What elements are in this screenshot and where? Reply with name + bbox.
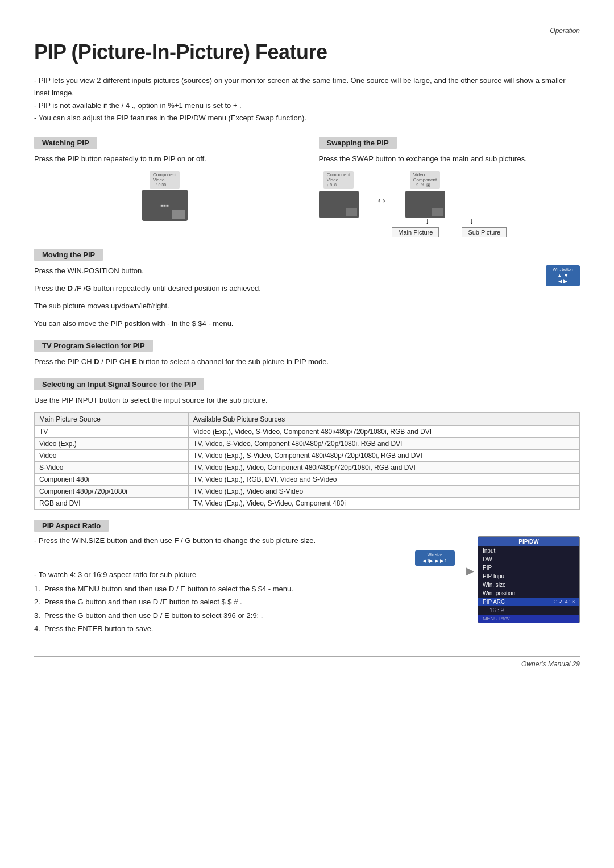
moving-pip-line2: Press the D /F /G button repeatedly unti… — [34, 283, 580, 295]
menu-item-label: PIP — [483, 565, 492, 571]
step-number: 1. — [34, 583, 40, 595]
aspect-step-item: 3.Press the G button and then use D / E … — [34, 610, 455, 621]
menu-item-label: Input — [483, 548, 495, 554]
pip-aspect-bullet1: - Press the WIN.SIZE button and then use… — [34, 536, 455, 545]
top-rule — [34, 23, 580, 23]
intro-bullet-3: You can also adjust the PIP features in … — [34, 112, 580, 124]
source-cell: Component 480i — [35, 473, 189, 485]
table-row: Video (Exp.)TV, Video, S-Video, Componen… — [35, 437, 580, 449]
available-cell: TV, Video (Exp.), Video, S-Video, Compon… — [189, 497, 580, 509]
g-button-label: G — [85, 284, 91, 293]
pip-ch-e: E — [132, 357, 137, 366]
selecting-input-header: Selecting an Input Signal Source for the… — [34, 378, 204, 390]
intro-bullets: PIP lets you view 2 different inputs pic… — [34, 74, 580, 124]
table-row: TVVideo (Exp.), Video, S-Video, Componen… — [35, 425, 580, 437]
pip-aspect-content: - Press the WIN.SIZE button and then use… — [34, 536, 580, 639]
menu-pointer-icon: ▶ — [466, 565, 474, 577]
step-number: 4. — [34, 623, 40, 635]
tv-program-section: TV Program Selection for PIP Press the P… — [34, 340, 580, 368]
bottom-rule: Owner's Manual 29 — [34, 656, 580, 668]
table-row: Component 480p/720p/1080iTV, Video (Exp.… — [35, 485, 580, 497]
swapping-pip-column: Swapping the PIP Press the SWAP button t… — [313, 137, 580, 237]
swap-pip-small-right — [432, 208, 443, 216]
moving-pip-header: Moving the PIP — [34, 249, 103, 261]
swap-tv-right: VideoComponent↓ 9..%..▣ — [405, 171, 445, 218]
table-row: Component 480iTV, Video (Exp.), RGB, DVI… — [35, 473, 580, 485]
menu-item: Win. size — [478, 581, 579, 589]
menu-item: DW — [478, 555, 579, 564]
moving-pip-content: Win. button ▲ ▼◀ ▶ Press the WIN.POSITIO… — [34, 265, 580, 329]
table-row: S-VideoTV, Video (Exp.), Video, Componen… — [35, 461, 580, 473]
moving-pip-section: Moving the PIP Win. button ▲ ▼◀ ▶ Press … — [34, 249, 580, 329]
aspect-step-item: 2.Press the G button and then use D /E b… — [34, 596, 455, 608]
win-size-box: Win size ◀1▶ ▶ ▶1 — [415, 550, 455, 566]
watching-pip-diagram: ComponentVideo↓ 10:30 ■■■ — [34, 171, 296, 221]
win-size-diagram-area: Win size ◀1▶ ▶ ▶1 — [34, 550, 455, 566]
available-cell: TV, Video, S-Video, Component 480i/480p/… — [189, 437, 580, 449]
aspect-step-item: 4.Press the ENTER button to save. — [34, 623, 455, 635]
pip-aspect-left: - Press the WIN.SIZE button and then use… — [34, 536, 455, 639]
table-col2-header: Available Sub Picture Sources — [189, 412, 580, 425]
moving-pip-line1: Press the WIN.POSITION button. — [34, 265, 580, 277]
swap-tv-row: ComponentVideo↓ 9..8 ↔ VideoComponent↓ 9… — [319, 171, 580, 218]
tv-program-header: TV Program Selection for PIP — [34, 340, 153, 352]
page-title: PIP (Picture-In-Picture) Feature — [34, 40, 580, 64]
swap-pip-small — [346, 208, 357, 216]
tv-diagram-box: ■■■ — [142, 190, 188, 221]
selecting-input-section: Selecting an Input Signal Source for the… — [34, 378, 580, 510]
moving-pip-line3: The sub picture moves up/down/left/right… — [34, 301, 580, 312]
win-position-button: Win. button ▲ ▼◀ ▶ — [546, 265, 580, 286]
source-cell: Video (Exp.) — [35, 437, 189, 449]
pip-aspect-header: PIP Aspect Ratio — [34, 520, 109, 532]
input-source-table: Main Picture Source Available Sub Pictur… — [34, 412, 580, 510]
aspect-step-item: 1.Press the MENU button and then use D /… — [34, 583, 455, 595]
available-cell: TV, Video (Exp.), Video and S-Video — [189, 485, 580, 497]
tv-pip-inset — [172, 210, 185, 219]
swap-picture-labels: Main Picture Sub Picture — [319, 227, 580, 237]
watching-pip-body: Press the PIP button repeatedly to turn … — [34, 153, 296, 165]
menu-item: PIP ARCG ✓ 4 : 3 — [478, 598, 579, 606]
selecting-input-body: Use the PIP INPUT button to select the i… — [34, 395, 580, 407]
menu-item-label: Win. position — [483, 590, 515, 596]
menu-item-label: PIP ARC — [483, 599, 505, 605]
pip-aspect-section: PIP Aspect Ratio - Press the WIN.SIZE bu… — [34, 520, 580, 639]
source-cell: TV — [35, 425, 189, 437]
step-number: 2. — [34, 596, 40, 608]
watching-pip-header: Watching PIP — [34, 137, 97, 149]
swapping-pip-body: Press the SWAP button to exchange the ma… — [319, 153, 580, 165]
table-col1-header: Main Picture Source — [35, 412, 189, 425]
pip-aspect-bullet2: - To watch 4: 3 or 16:9 aspect ratio for… — [34, 570, 455, 579]
top-section-label: Operation — [34, 27, 580, 35]
menu-item: Win. position — [478, 589, 579, 598]
watching-pip-column: Watching PIP Press the PIP button repeat… — [34, 137, 313, 237]
menu-item-value: G ✓ 4 : 3 — [553, 599, 575, 604]
intro-bullet-1: PIP lets you view 2 different inputs pic… — [34, 74, 580, 99]
menu-item-label: DW — [483, 556, 492, 562]
swapping-pip-header: Swapping the PIP — [319, 137, 397, 149]
table-row: VideoTV, Video (Exp.), S-Video, Componen… — [35, 449, 580, 461]
menu-title: PIP/DW — [478, 537, 579, 546]
swap-tv-left: ComponentVideo↓ 9..8 — [319, 171, 359, 218]
operation-label: Operation — [550, 27, 580, 35]
menu-item: Input — [478, 546, 579, 555]
menu-item: 16 : 9 — [478, 606, 579, 615]
pip-dw-menu: PIP/DWInputDWPIPPIP InputWin. sizeWin. p… — [478, 536, 580, 623]
source-cell: S-Video — [35, 461, 189, 473]
main-picture-label: Main Picture — [392, 227, 439, 237]
swap-sub-tv — [405, 191, 445, 218]
step-number: 3. — [34, 610, 40, 621]
swap-main-tv — [319, 191, 359, 218]
menu-item-label: PIP Input — [483, 573, 506, 579]
menu-item-label: Win. size — [483, 582, 506, 588]
table-row: RGB and DVITV, Video (Exp.), Video, S-Vi… — [35, 497, 580, 509]
menu-item: PIP Input — [478, 572, 579, 581]
available-cell: Video (Exp.), Video, S-Video, Component … — [189, 425, 580, 437]
page-number: Owner's Manual 29 — [521, 660, 580, 668]
pip-aspect-right: ▶ PIP/DWInputDWPIPPIP InputWin. sizeWin.… — [466, 536, 580, 623]
move-diagram: Win. button ▲ ▼◀ ▶ — [546, 265, 580, 286]
source-cell: RGB and DVI — [35, 497, 189, 509]
source-cell: Component 480p/720p/1080i — [35, 485, 189, 497]
pip-aspect-steps: 1.Press the MENU button and then use D /… — [34, 583, 455, 635]
moving-pip-line4: You can also move the PIP position with … — [34, 318, 580, 330]
intro-bullet-2: PIP is not available if the / 4 ., optio… — [34, 99, 580, 112]
